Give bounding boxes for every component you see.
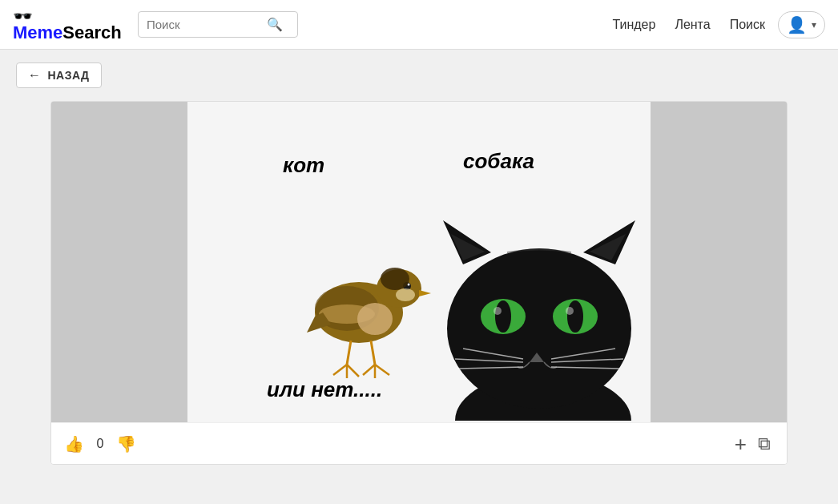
svg-point-21 <box>396 288 415 301</box>
thumbs-up-icon: 👍 <box>64 434 84 454</box>
meme-card: кот собака <box>50 101 788 465</box>
meme-image: кот собака <box>187 102 651 422</box>
user-icon: 👤 <box>787 15 807 34</box>
search-bar: 🔍 <box>138 11 298 38</box>
logo-text: MemeSearch <box>13 24 122 42</box>
back-button[interactable]: ← НАЗАД <box>16 62 102 88</box>
nav-links: Тиндер Лента Поиск <box>612 18 765 32</box>
meme-left-pad <box>51 102 187 422</box>
back-section: ← НАЗАД <box>0 50 838 101</box>
copy-icon: ⧉ <box>758 433 771 454</box>
back-label: НАЗАД <box>48 69 90 82</box>
meme-right-pad <box>651 102 787 422</box>
copy-button[interactable]: ⧉ <box>755 430 774 458</box>
svg-text:собака: собака <box>463 149 534 173</box>
logo-meme: Meme <box>13 22 62 42</box>
logo[interactable]: 🕶️ MemeSearch <box>13 8 125 42</box>
svg-point-19 <box>357 303 393 335</box>
thumbs-down-button[interactable]: 👎 <box>116 434 136 454</box>
user-menu[interactable]: 👤 ▾ <box>778 11 825 38</box>
nav-tinder[interactable]: Тиндер <box>612 18 655 32</box>
svg-point-23 <box>447 248 631 409</box>
search-icon[interactable]: 🔍 <box>267 17 283 32</box>
search-input[interactable] <box>147 18 267 31</box>
svg-text:или нет.....: или нет..... <box>267 377 382 401</box>
copy-button-wrapper: ⧉ Добавить в свою коллекцию <box>755 430 774 458</box>
nav-search[interactable]: Поиск <box>730 18 765 32</box>
vote-section: 👍 0 👎 <box>64 434 136 454</box>
back-arrow-icon: ← <box>28 68 42 83</box>
svg-point-32 <box>494 307 502 315</box>
add-icon: + <box>735 433 747 454</box>
thumbs-up-button[interactable]: 👍 <box>64 434 84 454</box>
svg-point-20 <box>381 268 409 290</box>
svg-point-30 <box>495 300 511 333</box>
meme-image-area: кот собака <box>51 102 787 422</box>
logo-icon: 🕶️ <box>13 8 33 24</box>
meme-svg: кот собака <box>191 104 647 421</box>
svg-text:кот: кот <box>283 153 324 177</box>
header: 🕶️ MemeSearch 🔍 Тиндер Лента Поиск 👤 ▾ <box>0 0 838 50</box>
add-button[interactable]: + <box>731 430 750 458</box>
svg-point-33 <box>566 307 574 315</box>
content: кот собака <box>0 101 838 481</box>
chevron-down-icon: ▾ <box>812 19 816 30</box>
logo-search: Search <box>62 22 121 42</box>
thumbs-down-icon: 👎 <box>116 434 136 454</box>
nav-feed[interactable]: Лента <box>675 18 710 32</box>
meme-bottom-bar: 👍 0 👎 + ⧉ Добавить в свою коллекцию <box>51 422 787 464</box>
vote-count: 0 <box>92 437 108 451</box>
svg-point-31 <box>567 300 583 333</box>
action-buttons: + ⧉ Добавить в свою коллекцию <box>731 430 774 458</box>
